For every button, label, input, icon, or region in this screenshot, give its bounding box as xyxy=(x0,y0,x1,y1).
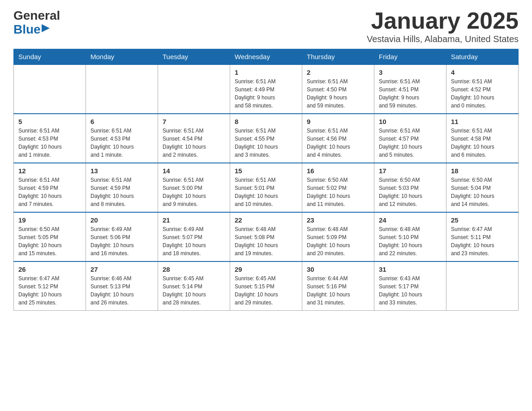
calendar-week-4: 19Sunrise: 6:50 AMSunset: 5:05 PMDayligh… xyxy=(14,212,519,261)
logo: General Blue xyxy=(13,9,60,37)
day-info: Sunrise: 6:45 AMSunset: 5:15 PMDaylight:… xyxy=(235,274,297,307)
calendar-cell: 4Sunrise: 6:51 AMSunset: 4:52 PMDaylight… xyxy=(446,64,519,114)
calendar-cell: 21Sunrise: 6:49 AMSunset: 5:07 PMDayligh… xyxy=(158,212,230,261)
calendar-cell: 10Sunrise: 6:51 AMSunset: 4:57 PMDayligh… xyxy=(374,114,446,163)
day-number: 14 xyxy=(163,167,225,175)
calendar-cell xyxy=(86,64,158,114)
calendar-cell: 15Sunrise: 6:51 AMSunset: 5:01 PMDayligh… xyxy=(230,163,302,212)
day-info: Sunrise: 6:43 AMSunset: 5:17 PMDaylight:… xyxy=(379,274,442,307)
day-number: 21 xyxy=(163,216,225,224)
calendar-cell: 27Sunrise: 6:46 AMSunset: 5:13 PMDayligh… xyxy=(86,261,158,311)
calendar-cell: 8Sunrise: 6:51 AMSunset: 4:55 PMDaylight… xyxy=(230,114,302,163)
day-number: 26 xyxy=(18,265,81,273)
day-number: 17 xyxy=(379,167,442,175)
day-number: 8 xyxy=(235,118,297,125)
calendar-cell: 5Sunrise: 6:51 AMSunset: 4:53 PMDaylight… xyxy=(14,114,86,163)
day-info: Sunrise: 6:51 AMSunset: 4:52 PMDaylight:… xyxy=(451,77,514,110)
day-info: Sunrise: 6:51 AMSunset: 4:56 PMDaylight:… xyxy=(307,127,369,159)
day-info: Sunrise: 6:46 AMSunset: 5:13 PMDaylight:… xyxy=(90,274,153,307)
day-info: Sunrise: 6:51 AMSunset: 5:00 PMDaylight:… xyxy=(163,176,225,208)
day-number: 7 xyxy=(163,118,225,125)
svg-marker-0 xyxy=(42,24,50,32)
calendar-cell: 11Sunrise: 6:51 AMSunset: 4:58 PMDayligh… xyxy=(446,114,519,163)
day-number: 11 xyxy=(451,118,514,125)
day-number: 9 xyxy=(307,118,369,125)
calendar-cell: 14Sunrise: 6:51 AMSunset: 5:00 PMDayligh… xyxy=(158,163,230,212)
calendar-cell: 25Sunrise: 6:47 AMSunset: 5:11 PMDayligh… xyxy=(446,212,519,261)
day-info: Sunrise: 6:51 AMSunset: 4:57 PMDaylight:… xyxy=(379,127,442,159)
day-number: 27 xyxy=(90,265,153,273)
calendar-cell: 20Sunrise: 6:49 AMSunset: 5:06 PMDayligh… xyxy=(86,212,158,261)
day-number: 2 xyxy=(307,68,369,76)
day-number: 6 xyxy=(90,118,153,125)
day-info: Sunrise: 6:51 AMSunset: 4:49 PMDaylight:… xyxy=(235,77,297,110)
calendar-cell: 31Sunrise: 6:43 AMSunset: 5:17 PMDayligh… xyxy=(374,261,446,311)
calendar-cell: 29Sunrise: 6:45 AMSunset: 5:15 PMDayligh… xyxy=(230,261,302,311)
calendar-cell: 13Sunrise: 6:51 AMSunset: 4:59 PMDayligh… xyxy=(86,163,158,212)
calendar-cell: 26Sunrise: 6:47 AMSunset: 5:12 PMDayligh… xyxy=(14,261,86,311)
calendar-week-2: 5Sunrise: 6:51 AMSunset: 4:53 PMDaylight… xyxy=(14,114,519,163)
day-info: Sunrise: 6:48 AMSunset: 5:09 PMDaylight:… xyxy=(307,225,369,257)
day-number: 23 xyxy=(307,216,369,224)
day-number: 10 xyxy=(379,118,442,125)
calendar-cell: 24Sunrise: 6:48 AMSunset: 5:10 PMDayligh… xyxy=(374,212,446,261)
day-info: Sunrise: 6:50 AMSunset: 5:02 PMDaylight:… xyxy=(307,176,369,208)
title-block: January 2025 Vestavia Hills, Alabama, Un… xyxy=(367,9,519,44)
day-number: 19 xyxy=(18,216,81,224)
day-info: Sunrise: 6:50 AMSunset: 5:05 PMDaylight:… xyxy=(18,225,81,257)
day-number: 16 xyxy=(307,167,369,175)
calendar-week-1: 1Sunrise: 6:51 AMSunset: 4:49 PMDaylight… xyxy=(14,64,519,114)
calendar-cell: 3Sunrise: 6:51 AMSunset: 4:51 PMDaylight… xyxy=(374,64,446,114)
month-title: January 2025 xyxy=(367,9,519,32)
location-text: Vestavia Hills, Alabama, United States xyxy=(367,34,519,44)
day-info: Sunrise: 6:48 AMSunset: 5:10 PMDaylight:… xyxy=(379,225,442,257)
day-of-week-monday: Monday xyxy=(86,49,158,65)
day-number: 31 xyxy=(379,265,442,273)
day-number: 20 xyxy=(90,216,153,224)
day-number: 22 xyxy=(235,216,297,224)
calendar-cell: 1Sunrise: 6:51 AMSunset: 4:49 PMDaylight… xyxy=(230,64,302,114)
day-number: 4 xyxy=(451,68,514,76)
calendar-cell: 2Sunrise: 6:51 AMSunset: 4:50 PMDaylight… xyxy=(302,64,374,114)
logo-arrow-icon xyxy=(42,24,50,32)
day-info: Sunrise: 6:50 AMSunset: 5:04 PMDaylight:… xyxy=(451,176,514,208)
day-number: 18 xyxy=(451,167,514,175)
day-info: Sunrise: 6:51 AMSunset: 4:50 PMDaylight:… xyxy=(307,77,369,110)
calendar-cell: 12Sunrise: 6:51 AMSunset: 4:59 PMDayligh… xyxy=(14,163,86,212)
calendar-cell: 22Sunrise: 6:48 AMSunset: 5:08 PMDayligh… xyxy=(230,212,302,261)
calendar-cell: 7Sunrise: 6:51 AMSunset: 4:54 PMDaylight… xyxy=(158,114,230,163)
day-number: 24 xyxy=(379,216,442,224)
day-number: 29 xyxy=(235,265,297,273)
calendar-week-3: 12Sunrise: 6:51 AMSunset: 4:59 PMDayligh… xyxy=(14,163,519,212)
day-info: Sunrise: 6:51 AMSunset: 4:53 PMDaylight:… xyxy=(90,127,153,159)
day-info: Sunrise: 6:49 AMSunset: 5:07 PMDaylight:… xyxy=(163,225,225,257)
day-number: 1 xyxy=(235,68,297,76)
day-info: Sunrise: 6:47 AMSunset: 5:11 PMDaylight:… xyxy=(451,225,514,257)
day-info: Sunrise: 6:49 AMSunset: 5:06 PMDaylight:… xyxy=(90,225,153,257)
day-info: Sunrise: 6:51 AMSunset: 4:59 PMDaylight:… xyxy=(18,176,81,208)
calendar-cell: 30Sunrise: 6:44 AMSunset: 5:16 PMDayligh… xyxy=(302,261,374,311)
day-info: Sunrise: 6:47 AMSunset: 5:12 PMDaylight:… xyxy=(18,274,81,307)
day-info: Sunrise: 6:51 AMSunset: 4:58 PMDaylight:… xyxy=(451,127,514,159)
day-info: Sunrise: 6:51 AMSunset: 4:55 PMDaylight:… xyxy=(235,127,297,159)
day-of-week-saturday: Saturday xyxy=(446,49,519,65)
day-number: 13 xyxy=(90,167,153,175)
day-number: 25 xyxy=(451,216,514,224)
day-info: Sunrise: 6:51 AMSunset: 4:51 PMDaylight:… xyxy=(379,77,442,110)
day-info: Sunrise: 6:51 AMSunset: 4:54 PMDaylight:… xyxy=(163,127,225,159)
day-number: 15 xyxy=(235,167,297,175)
calendar-week-5: 26Sunrise: 6:47 AMSunset: 5:12 PMDayligh… xyxy=(14,261,519,311)
day-info: Sunrise: 6:50 AMSunset: 5:03 PMDaylight:… xyxy=(379,176,442,208)
calendar-cell: 16Sunrise: 6:50 AMSunset: 5:02 PMDayligh… xyxy=(302,163,374,212)
day-info: Sunrise: 6:45 AMSunset: 5:14 PMDaylight:… xyxy=(163,274,225,307)
day-of-week-thursday: Thursday xyxy=(302,49,374,65)
day-number: 5 xyxy=(18,118,81,125)
day-of-week-friday: Friday xyxy=(374,49,446,65)
day-info: Sunrise: 6:51 AMSunset: 4:59 PMDaylight:… xyxy=(90,176,153,208)
day-info: Sunrise: 6:51 AMSunset: 4:53 PMDaylight:… xyxy=(18,127,81,159)
calendar-cell xyxy=(446,261,519,311)
day-of-week-wednesday: Wednesday xyxy=(230,49,302,65)
day-number: 3 xyxy=(379,68,442,76)
calendar-cell: 6Sunrise: 6:51 AMSunset: 4:53 PMDaylight… xyxy=(86,114,158,163)
calendar-cell: 18Sunrise: 6:50 AMSunset: 5:04 PMDayligh… xyxy=(446,163,519,212)
